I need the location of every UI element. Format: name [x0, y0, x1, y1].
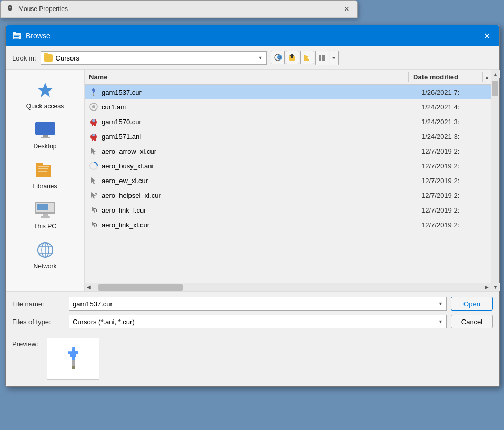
file-name-text: gam1570.cur — [102, 118, 142, 126]
scroll-thumb[interactable] — [492, 81, 498, 96]
filetype-dropdown-arrow: ▼ — [438, 319, 443, 324]
this-pc-label: This PC — [34, 223, 56, 230]
svg-rect-28 — [38, 168, 48, 169]
file-row-date: 1/26/2021 7: — [417, 88, 491, 96]
mouse-properties-title: Mouse Properties — [18, 5, 337, 13]
view-dropdown-button[interactable]: ▼ — [330, 51, 338, 65]
back-button[interactable]: ↺ — [271, 51, 285, 64]
svg-rect-40 — [93, 88, 94, 89]
libraries-icon — [35, 159, 56, 181]
file-name-text: gam1537.cur — [102, 88, 142, 96]
svg-text:+: + — [307, 55, 310, 61]
hscroll-left-button[interactable]: ◀ — [85, 283, 93, 292]
file-row[interactable]: aero_arrow_xl.cur 12/7/2019 2: — [85, 144, 491, 158]
scroll-up-button[interactable]: ▲ — [491, 70, 500, 78]
file-row-date: 12/7/2019 2: — [417, 221, 491, 229]
preview-cursor-image — [57, 343, 89, 375]
sidebar-item-quick-access[interactable]: Quick access — [11, 75, 79, 113]
browse-preview-area: Preview: — [6, 334, 499, 386]
cancel-button[interactable]: Cancel — [451, 315, 493, 328]
hscroll-track — [93, 283, 482, 291]
open-button[interactable]: Open — [451, 297, 493, 311]
file-icon — [89, 220, 98, 229]
mouse-properties-close-button[interactable]: ✕ — [341, 4, 352, 14]
file-row-date: 12/7/2019 2: — [417, 162, 491, 170]
scroll-up-arrow[interactable]: ▲ — [485, 75, 489, 80]
filename-row: File name: gam1537.cur ▼ Open — [12, 297, 493, 311]
svg-rect-42 — [93, 91, 95, 92]
view-button[interactable] — [316, 51, 329, 65]
browse-title-icon — [12, 31, 22, 41]
sidebar-item-libraries[interactable]: Libraries — [11, 155, 79, 193]
file-row-name: aero_arrow_xl.cur — [85, 146, 417, 156]
scroll-down-button[interactable]: ▼ — [491, 283, 500, 291]
browse-bottom: File name: gam1537.cur ▼ Open Files of t… — [6, 291, 499, 334]
file-row[interactable]: aero_link_xl.cur 12/7/2019 2: — [85, 217, 491, 232]
sidebar-item-desktop[interactable]: Desktop — [11, 115, 79, 153]
horizontal-scrollbar[interactable]: ◀ ▶ — [85, 283, 491, 291]
svg-rect-20 — [322, 58, 325, 61]
svg-rect-6 — [14, 36, 19, 37]
file-row[interactable]: gam1571.ani 1/24/2021 3: — [85, 129, 491, 144]
file-icon — [89, 205, 98, 215]
svg-point-48 — [92, 105, 95, 108]
file-name-text: aero_helpsel_xl.cur — [102, 192, 161, 199]
file-row-date: 12/7/2019 2: — [417, 177, 491, 185]
browse-title-text: Browse — [26, 32, 476, 40]
svg-rect-22 — [35, 122, 55, 135]
svg-rect-34 — [37, 204, 48, 210]
filelist-header: Name Date modified ▲ — [85, 70, 491, 85]
svg-rect-4 — [13, 32, 16, 34]
svg-rect-15 — [304, 55, 306, 56]
file-row-date: 12/7/2019 2: — [417, 147, 491, 155]
column-name: Name — [85, 72, 409, 82]
filelist-body: gam1537.cur 1/26/2021 7: cur1.ani 1/24/2… — [85, 85, 491, 283]
quick-access-icon — [35, 79, 56, 101]
svg-rect-17 — [319, 55, 321, 58]
mouse-properties-window: Mouse Properties ✕ — [0, 0, 358, 18]
file-row[interactable]: aero_busy_xl.ani 12/7/2019 2: — [85, 158, 491, 173]
svg-rect-41 — [92, 89, 95, 91]
file-row[interactable]: aero_link_l.cur 12/7/2019 2: — [85, 203, 491, 217]
sidebar-item-network[interactable]: Network — [11, 235, 79, 273]
sidebar-item-this-pc[interactable]: This PC — [11, 195, 79, 233]
up-folder-button[interactable] — [286, 51, 299, 64]
libraries-label: Libraries — [33, 183, 57, 190]
vertical-scrollbar[interactable]: ▲ ▼ — [491, 70, 499, 291]
browse-close-button[interactable]: ✕ — [480, 29, 493, 42]
view-button-group: ▼ — [315, 51, 339, 65]
file-row[interactable]: ? aero_helpsel_xl.cur 12/7/2019 2: — [85, 188, 491, 203]
file-row[interactable]: gam1570.cur 1/24/2021 3: — [85, 114, 491, 129]
hscroll-right-button[interactable]: ▶ — [482, 283, 491, 292]
network-icon — [35, 239, 56, 261]
quick-access-label: Quick access — [26, 103, 64, 110]
file-row-date: 12/7/2019 2: — [417, 206, 491, 214]
svg-rect-57 — [92, 139, 93, 141]
filetype-label: Files of type: — [12, 318, 65, 326]
file-row[interactable]: cur1.ani 1/24/2021 4: — [85, 99, 491, 114]
svg-rect-46 — [93, 95, 94, 96]
hscroll-thumb[interactable] — [98, 284, 183, 291]
file-row-date: 12/7/2019 2: — [417, 192, 491, 199]
this-pc-icon — [35, 199, 56, 221]
filename-field[interactable]: gam1537.cur ▼ — [69, 297, 447, 311]
file-row-name: aero_link_l.cur — [85, 205, 417, 215]
browse-sidebar: Quick access Desktop — [6, 70, 85, 291]
file-row[interactable]: gam1537.cur 1/26/2021 7: — [85, 85, 491, 99]
filename-label: File name: — [12, 300, 65, 308]
file-icon — [89, 146, 98, 156]
file-row[interactable]: aero_ew_xl.cur 12/7/2019 2: — [85, 173, 491, 188]
preview-label: Preview: — [12, 338, 38, 348]
file-icon: ? — [89, 191, 98, 200]
svg-text:?: ? — [95, 192, 97, 197]
scroll-track — [491, 78, 499, 283]
file-row-date: 1/24/2021 3: — [417, 133, 491, 141]
svg-rect-24 — [41, 137, 50, 138]
file-row-date: 1/24/2021 3: — [417, 118, 491, 126]
svg-rect-27 — [38, 166, 49, 167]
new-folder-button[interactable]: + — [300, 51, 314, 64]
svg-rect-19 — [319, 58, 321, 61]
look-in-dropdown[interactable]: Cursors ▼ — [41, 51, 267, 65]
filetype-field[interactable]: Cursors (*.ani, *.cur) ▼ — [69, 315, 447, 328]
look-in-value: Cursors — [56, 54, 255, 62]
